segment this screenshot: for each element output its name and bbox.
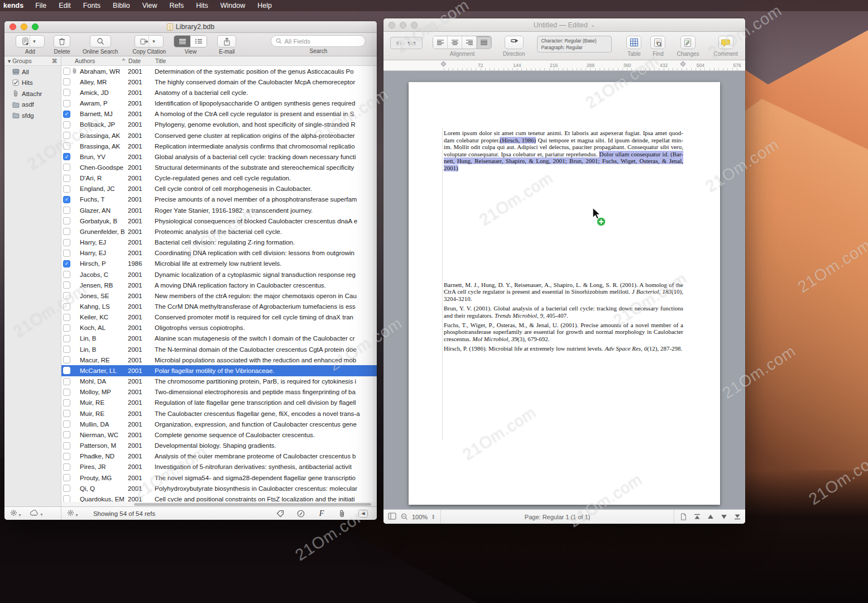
horizontal-scrollbar-thumb[interactable] xyxy=(134,503,371,506)
format-button[interactable]: F xyxy=(317,509,326,518)
ref-checkbox[interactable] xyxy=(63,324,70,332)
close-button[interactable] xyxy=(389,22,395,28)
menu-item-hits[interactable]: Hits xyxy=(190,2,214,9)
table-row[interactable]: Lin, B2001The N-terminal domain of the C… xyxy=(61,344,377,355)
zoom-stepper[interactable]: ▲▼ xyxy=(431,514,435,520)
ref-checkbox[interactable] xyxy=(63,100,70,107)
table-row[interactable]: Harry, EJ2001Coordinating DNA replicatio… xyxy=(61,248,377,259)
attachments-button[interactable] xyxy=(338,510,347,518)
go-last-page-icon[interactable] xyxy=(734,514,741,520)
table-button[interactable] xyxy=(626,36,641,49)
table-row[interactable]: Koch, AL2001Oligotrophs versus copiotrop… xyxy=(61,323,377,333)
ref-checkbox[interactable] xyxy=(63,239,70,246)
table-row[interactable]: Jensen, RB2001A moving DNA replication f… xyxy=(61,280,377,290)
ref-checkbox[interactable] xyxy=(63,292,70,299)
title-column-header[interactable]: Title xyxy=(155,58,373,64)
table-row[interactable]: Jones, SE2001New members of the ctrA reg… xyxy=(61,290,377,301)
table-row[interactable]: Mullin, DA2001Organization, expression, … xyxy=(61,419,377,429)
ref-checkbox[interactable] xyxy=(63,303,70,310)
align-left-button[interactable] xyxy=(433,36,448,49)
table-row[interactable]: D'Ari, R2001Cycle-regulated genes and ce… xyxy=(61,173,377,184)
list-style-control[interactable]: ¶↓ : ¶↓¶ xyxy=(390,36,423,49)
table-row[interactable]: Alley, MR2001The highly conserved domain… xyxy=(61,76,377,87)
ref-checkbox[interactable] xyxy=(63,314,70,321)
title-menu-chevron[interactable]: ⌄ xyxy=(591,22,595,28)
authors-column-header[interactable]: Authors ^ xyxy=(75,58,128,64)
ref-checkbox[interactable] xyxy=(63,142,70,150)
table-row[interactable]: Awram, P2001Identification of lipopolysa… xyxy=(61,98,377,108)
table-row[interactable]: ✓Fuchs, T2001Precise amounts of a novel … xyxy=(61,194,377,205)
align-justify-button[interactable] xyxy=(477,36,491,49)
table-row[interactable]: Abraham, WR2001Determination of the syst… xyxy=(61,66,377,76)
previous-page-icon[interactable] xyxy=(707,514,714,519)
ref-checkbox[interactable]: ✓ xyxy=(63,153,70,160)
table-row[interactable]: Lin, B2001Alanine scan mutagenesis of th… xyxy=(61,333,377,344)
ref-checkbox[interactable] xyxy=(63,367,70,374)
table-row[interactable]: Macur, RE2001Microbial populations assoc… xyxy=(61,355,377,365)
table-row[interactable]: Jacobs, C2001Dynamic localization of a c… xyxy=(61,269,377,280)
ref-checkbox[interactable] xyxy=(63,185,70,193)
ref-checkbox[interactable]: ✓ xyxy=(63,111,70,118)
ref-checkbox[interactable]: ✓ xyxy=(63,196,70,203)
vertical-scrollbar[interactable] xyxy=(373,66,377,502)
sidebar-group-asdf[interactable]: asdf xyxy=(4,99,61,111)
style-indicator[interactable]: Character: Regular (Base) Paragraph: Reg… xyxy=(537,36,612,52)
table-row[interactable]: ✓Hirsch, P1986Microbial life at extremel… xyxy=(61,259,377,269)
tag-button[interactable] xyxy=(276,510,285,518)
table-row[interactable]: McCarter, LL2001Polar flagellar motility… xyxy=(61,365,377,376)
list-view-button[interactable] xyxy=(174,36,190,47)
menu-item-biblio[interactable]: Biblio xyxy=(107,2,136,9)
table-row[interactable]: Quardokus, EM2001Cell cycle and position… xyxy=(61,494,377,502)
ref-checkbox[interactable] xyxy=(63,78,70,85)
menu-item-refs[interactable]: Refs xyxy=(164,2,190,9)
right-margin-marker[interactable] xyxy=(680,61,686,67)
menu-item-edit[interactable]: Edit xyxy=(52,2,77,9)
ref-checkbox[interactable] xyxy=(63,453,70,460)
summary-view-button[interactable] xyxy=(190,36,207,47)
bibliography-block[interactable]: Barnett, M. J., Hung, D. Y., Reisenauer,… xyxy=(444,281,683,355)
email-button[interactable]: E-mail xyxy=(217,35,236,55)
ref-checkbox[interactable] xyxy=(63,121,70,128)
ref-checkbox[interactable] xyxy=(63,431,70,438)
search-input[interactable]: All Fields xyxy=(271,35,366,47)
sidebar-toggle-icon[interactable] xyxy=(388,513,396,521)
disclosure-triangle[interactable]: ▾ xyxy=(8,58,11,64)
menu-item-file[interactable]: File xyxy=(29,2,52,9)
library-titlebar[interactable]: Library2.bdb xyxy=(4,21,377,33)
table-row[interactable]: Patterson, M2001Developmental biology. S… xyxy=(61,440,377,451)
table-row[interactable]: Kahng, LS2001The CcrM DNA methyltransfer… xyxy=(61,301,377,312)
table-row[interactable]: Muir, RE2001The Caulobacter crescentus f… xyxy=(61,408,377,419)
minimize-button[interactable] xyxy=(400,22,406,28)
writer-titlebar[interactable]: Untitled — Edited ⌄ xyxy=(383,18,745,32)
ref-checkbox[interactable] xyxy=(63,217,70,224)
menu-item-view[interactable]: View xyxy=(136,2,164,9)
sidebar-group-attachr[interactable]: Attachr xyxy=(4,88,61,99)
ref-checkbox[interactable] xyxy=(63,378,70,385)
ref-checkbox[interactable] xyxy=(63,250,70,257)
table-row[interactable]: Nierman, WC2001Complete genome sequence … xyxy=(61,429,377,440)
ref-checkbox[interactable] xyxy=(63,346,70,353)
table-row[interactable]: Brassinga, AK2001Replication intermediat… xyxy=(61,141,377,151)
table-row[interactable]: Qi, Q2001Polyhydroxybutyrate biosynthesi… xyxy=(61,483,377,494)
align-right-button[interactable] xyxy=(462,36,477,49)
list-action-button[interactable]: ▼ xyxy=(67,509,79,518)
table-row[interactable]: Molloy, MP2001Two-dimensional electropho… xyxy=(61,387,377,398)
zoom-button[interactable] xyxy=(32,23,39,30)
table-row[interactable]: Amick, JD2001Anatomy of a bacterial cell… xyxy=(61,87,377,98)
go-first-page-icon[interactable] xyxy=(694,514,701,520)
ref-checkbox[interactable] xyxy=(63,164,70,171)
table-row[interactable]: England, JC2001Cell cycle control of cel… xyxy=(61,184,377,194)
ref-checkbox[interactable] xyxy=(63,356,70,363)
ref-checkbox[interactable] xyxy=(63,207,70,214)
ref-checkbox[interactable] xyxy=(63,175,70,182)
sidebar-toggle-button[interactable]: ◀ xyxy=(358,510,368,518)
document-page[interactable]: Lorem ipsum dolor sit amet cum tenetur a… xyxy=(409,82,720,505)
find-button[interactable]: A xyxy=(650,36,665,49)
table-row[interactable]: Brassinga, AK2001Conserved gene cluster … xyxy=(61,130,377,141)
add-button[interactable]: ▼ Add xyxy=(16,35,45,55)
groups-header[interactable]: ▾ Groups ⌘ xyxy=(4,56,61,66)
page-icon[interactable] xyxy=(680,513,687,520)
ref-checkbox[interactable] xyxy=(63,485,70,492)
horizontal-scrollbar[interactable] xyxy=(61,502,377,506)
table-row[interactable]: Glazer, AN2001Roger Yate Stanier, 1916-1… xyxy=(61,205,377,216)
